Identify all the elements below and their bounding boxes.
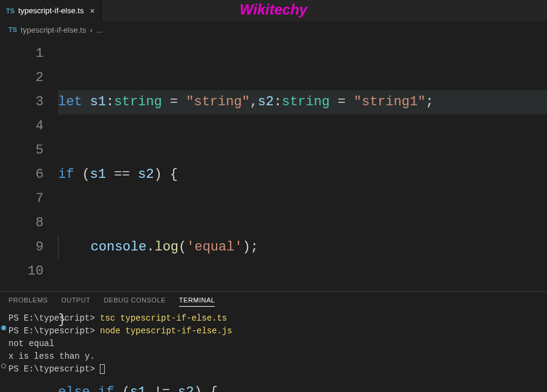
line-number: 2 [0,66,44,90]
line-number: 8 [0,211,44,235]
status-dot-icon [1,325,6,330]
line-number: 4 [0,114,44,139]
line-number: 6 [0,163,44,187]
chevron-right-icon: › [90,25,92,34]
terminal-output: x is less than y. [8,350,539,363]
terminal-line: PS E:\typescript> tsc typescript-if-else… [8,312,539,325]
editor-tab[interactable]: TS typescript-if-else.ts × [0,0,102,21]
terminal[interactable]: PS E:\typescript> tsc typescript-if-else… [0,310,547,378]
tab-bar: TS typescript-if-else.ts × Wikitechy [0,0,547,21]
line-number: 10 [0,260,44,284]
code-editor[interactable]: 1 2 3 4 5 6 7 8 9 10 let s1:string = "st… [0,38,547,291]
code-line[interactable]: else if (s1 != s2) { [58,381,547,392]
tab-terminal[interactable]: TERMINAL [179,296,215,307]
breadcrumb[interactable]: TS typescript-if-else.ts › ... [0,21,547,38]
terminal-output: not equal [8,338,539,350]
breadcrumb-file: typescript-if-else.ts [21,25,86,34]
code-line[interactable]: let s1:string = "string",s2:string = "st… [58,90,547,114]
terminal-line: PS E:\typescript> [8,363,539,376]
tab-problems[interactable]: PROBLEMS [8,296,48,307]
code-line[interactable]: if (s1 == s2) { [58,163,547,187]
terminal-line: PS E:\typescript> node typescript-if-els… [8,325,539,338]
line-number: 7 [0,187,44,211]
line-number: 1 [0,42,44,66]
status-dot-icon [1,364,6,368]
typescript-icon: TS [6,7,15,15]
bottom-panel: PROBLEMS OUTPUT DEBUG CONSOLE TERMINAL P… [0,291,547,392]
cursor-icon [100,364,105,374]
watermark-text: Wikitechy [240,1,307,18]
line-number: 5 [0,139,44,163]
panel-tabs: PROBLEMS OUTPUT DEBUG CONSOLE TERMINAL [0,292,547,310]
tab-debug-console[interactable]: DEBUG CONSOLE [103,296,165,307]
tab-output[interactable]: OUTPUT [61,296,90,307]
typescript-icon: TS [8,26,17,33]
code-area[interactable]: let s1:string = "string",s2:string = "st… [58,38,547,291]
line-number: 3 [0,90,44,114]
code-line[interactable]: console.log('equal'); [58,235,547,260]
line-number: 9 [0,235,44,260]
tab-filename: typescript-if-else.ts [18,6,84,15]
close-icon[interactable]: × [90,6,94,16]
breadcrumb-rest: ... [96,25,103,34]
line-gutter: 1 2 3 4 5 6 7 8 9 10 [0,38,58,291]
